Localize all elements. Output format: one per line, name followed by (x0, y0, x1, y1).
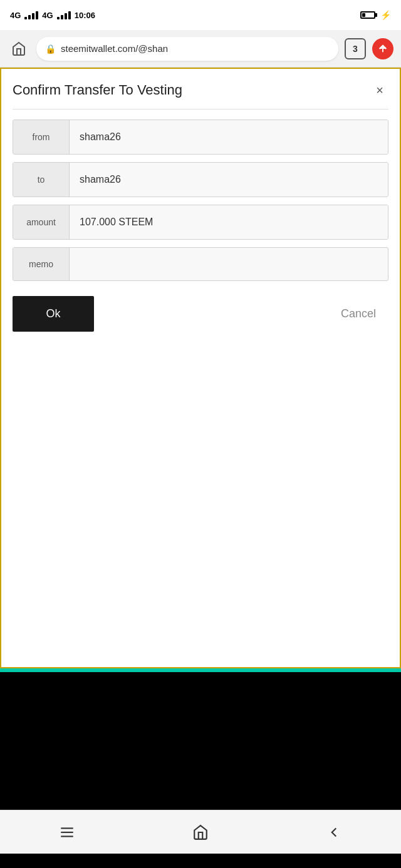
bar6 (61, 15, 63, 19)
bar8 (68, 11, 71, 19)
battery-fill (362, 13, 365, 17)
signal-bars-2 (57, 11, 71, 19)
nav-menu-button[interactable] (48, 819, 86, 846)
charging-icon: ⚡ (380, 10, 391, 20)
nav-back-button[interactable] (315, 819, 353, 846)
status-bar: 4G 4G 10:06 ⚡ (0, 0, 401, 30)
bar2 (28, 15, 31, 19)
time-display: 10:06 (75, 11, 95, 20)
dialog-title: Confirm Transfer To Vesting (13, 82, 182, 98)
nav-bar (0, 810, 401, 854)
memo-value (70, 253, 388, 275)
url-text: steemitwallet.com/@shan (61, 43, 168, 54)
browser-bar: 🔒 steemitwallet.com/@shan 3 (0, 30, 401, 68)
from-label: from (13, 120, 70, 154)
from-value: shama26 (70, 120, 388, 154)
close-button[interactable]: × (371, 81, 388, 99)
dialog-header: Confirm Transfer To Vesting × (13, 81, 388, 99)
to-label: to (13, 163, 70, 197)
lock-icon: 🔒 (45, 44, 56, 54)
upload-button[interactable] (372, 38, 393, 59)
button-row: Ok Cancel (13, 296, 388, 332)
from-field-row: from shama26 (13, 120, 388, 155)
bar1 (24, 17, 27, 19)
memo-field-row: memo (13, 247, 388, 281)
bar5 (57, 17, 60, 19)
browser-content: Confirm Transfer To Vesting × from shama… (0, 68, 401, 668)
bar3 (32, 13, 34, 19)
dialog-card: Confirm Transfer To Vesting × from shama… (13, 81, 388, 332)
nav-home-button[interactable] (182, 819, 219, 846)
memo-label: memo (13, 248, 70, 280)
amount-label: amount (13, 205, 70, 239)
to-value: shama26 (70, 163, 388, 197)
browser-home-button[interactable] (8, 38, 30, 60)
amount-value: 107.000 STEEM (70, 205, 388, 239)
carrier-label: 4G (10, 11, 21, 20)
tab-count-badge[interactable]: 3 (345, 38, 366, 59)
black-section (0, 672, 401, 810)
amount-field-row: amount 107.000 STEEM (13, 205, 388, 240)
carrier-label-2: 4G (42, 11, 53, 20)
bar4 (36, 11, 38, 19)
signal-bars-1 (24, 11, 38, 19)
cancel-button[interactable]: Cancel (328, 296, 388, 332)
to-field-row: to shama26 (13, 162, 388, 197)
battery-icon (360, 11, 375, 19)
status-right: ⚡ (360, 10, 391, 20)
ok-button[interactable]: Ok (13, 296, 94, 332)
url-bar[interactable]: 🔒 steemitwallet.com/@shan (36, 37, 338, 61)
header-divider (13, 109, 388, 110)
status-left: 4G 4G 10:06 (10, 11, 95, 20)
bar7 (65, 13, 67, 19)
